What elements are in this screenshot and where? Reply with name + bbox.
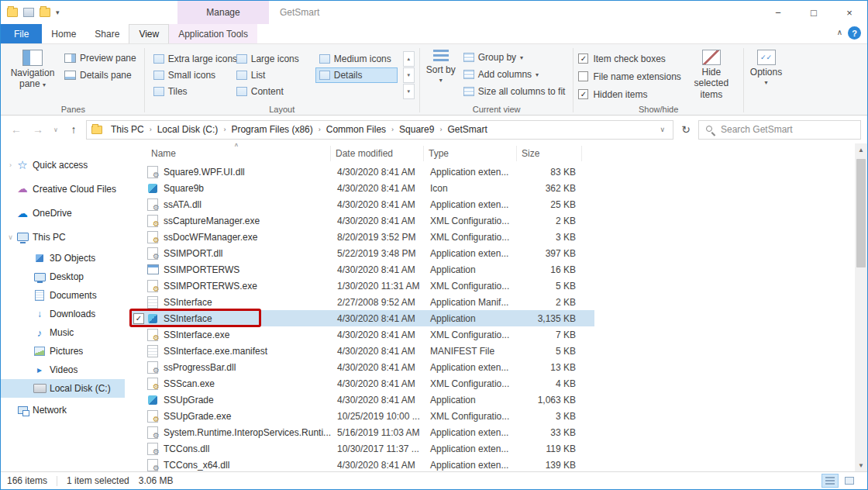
sidebar-item-onedrive[interactable]: OneDrive [1, 201, 125, 225]
row-checkbox[interactable]: ✓ [133, 313, 144, 324]
customize-toolbar-caret-icon[interactable]: ▾ [56, 9, 60, 16]
up-icon[interactable]: ↑ [64, 120, 83, 139]
column-header-size[interactable]: Size [517, 146, 582, 161]
breadcrumb-getsmart[interactable]: GetSmart [443, 124, 491, 135]
layout-option-medium-icons[interactable]: Medium icons [315, 51, 398, 67]
scroll-down-icon[interactable]: ▼ [855, 459, 867, 471]
column-header-name[interactable]: Name [146, 146, 331, 161]
file-row[interactable]: Square9b4/30/2020 8:41 AMIcon362 KB [129, 180, 594, 196]
app-file-icon [146, 264, 159, 276]
minimize-button[interactable]: − [760, 1, 796, 24]
sidebar-item-pictures[interactable]: Pictures [1, 342, 125, 361]
file-row[interactable]: SSInterface.exe.manifest4/30/2020 8:41 A… [129, 343, 594, 359]
breadcrumb-common-files[interactable]: Common Files [322, 124, 391, 135]
breadcrumb-this-pc[interactable]: This PC [106, 124, 149, 135]
file-row[interactable]: ✓SSInterface4/30/2020 8:41 AMApplication… [129, 310, 594, 326]
search-input[interactable] [699, 121, 860, 139]
back-icon[interactable]: ← [7, 120, 26, 139]
maximize-button[interactable]: □ [796, 1, 832, 24]
details-view-toggle[interactable] [822, 474, 839, 488]
refresh-icon[interactable]: ↻ [677, 120, 695, 139]
size-all-columns-to-fit-button[interactable]: Size all columns to fit [460, 83, 569, 100]
details-pane-button[interactable]: Details pane [61, 67, 140, 84]
layout-option-list[interactable]: List [232, 67, 315, 83]
properties-icon[interactable] [23, 8, 34, 17]
folder-icon[interactable] [7, 8, 18, 17]
sidebar-item-videos[interactable]: Videos [1, 361, 125, 379]
layout-option-large-icons[interactable]: Large icons [232, 51, 315, 67]
layout-option-small-icons[interactable]: Small icons [150, 67, 232, 83]
group-by-button[interactable]: Group by▾ [460, 49, 569, 66]
tab-home[interactable]: Home [42, 24, 85, 43]
hidden-items-checkbox[interactable]: ✓Hidden items [578, 86, 680, 102]
layout-option-tiles[interactable]: Tiles [150, 84, 232, 99]
file-row[interactable]: System.Runtime.InteropServices.Runti...5… [129, 424, 594, 440]
file-date: 1/30/2020 11:31 AM [331, 281, 424, 292]
tab-view[interactable]: View [129, 24, 169, 43]
sidebar-item-quick-access[interactable]: ›Quick access [1, 153, 125, 177]
file-row[interactable]: SSIMPORT.dll5/22/2019 3:48 PMApplication… [129, 245, 594, 261]
sort-by-button[interactable]: Sort by ▾ [425, 47, 457, 100]
gallery-up-icon[interactable]: ▴ [403, 51, 415, 67]
file-row[interactable]: SSScan.exe4/30/2020 8:41 AMXML Configura… [129, 375, 594, 392]
file-row[interactable]: TCCons.dll10/30/2017 11:37 ...Applicatio… [129, 440, 594, 457]
breadcrumb-square9[interactable]: Square9 [394, 124, 439, 135]
large-icons-view-toggle[interactable] [841, 474, 858, 488]
layout-option-extra-large-icons[interactable]: Extra large icons [150, 51, 232, 67]
file-row[interactable]: SSIMPORTERWS.exe1/30/2020 11:31 AMXML Co… [129, 278, 594, 294]
navigation-pane-button[interactable]: Navigation pane ▾ [7, 47, 58, 92]
vertical-scrollbar[interactable]: ▲ ▼ [855, 143, 867, 471]
sidebar-item-creative-cloud-files[interactable]: Creative Cloud Files [1, 177, 125, 201]
sidebar-item-music[interactable]: Music [1, 323, 125, 342]
scrollbar-thumb[interactable] [856, 159, 866, 267]
forward-icon[interactable]: → [29, 120, 47, 139]
file-type: Application exten... [424, 248, 517, 259]
help-icon[interactable]: ? [848, 26, 861, 40]
file-row[interactable]: Square9.WPF.UI.dll4/30/2020 8:41 AMAppli… [129, 164, 594, 180]
options-button[interactable]: Options ▾ [749, 47, 784, 89]
tab-share[interactable]: Share [85, 24, 129, 43]
minimize-ribbon-icon[interactable]: ∧ [837, 28, 842, 36]
sidebar-item-3d-objects[interactable]: 3D Objects [1, 249, 125, 267]
recent-locations-caret-icon[interactable]: ∨ [50, 126, 61, 133]
file-row[interactable]: TCCons_x64.dll4/30/2020 8:41 AMApplicati… [129, 457, 594, 471]
close-button[interactable]: × [832, 1, 867, 24]
breadcrumb-local-disk-c[interactable]: Local Disk (C:) [153, 124, 223, 135]
file-row[interactable]: SSIMPORTERWS4/30/2020 8:41 AMApplication… [129, 261, 594, 278]
tab-file[interactable]: File [1, 24, 42, 43]
sidebar-item-local-disk-c[interactable]: Local Disk (C:) [1, 379, 125, 398]
breadcrumb[interactable]: This PC›Local Disk (C:)›Program Files (x… [86, 120, 673, 140]
sidebar-item-label: This PC [33, 232, 66, 243]
file-row[interactable]: ssCaptureManager.exe4/30/2020 8:41 AMXML… [129, 212, 594, 229]
file-row[interactable]: ssDocWFManager.exe8/20/2019 3:52 PMXML C… [129, 229, 594, 245]
hide-selected-items-button[interactable]: Hide selected items [684, 47, 739, 102]
file-row[interactable]: SSInterface2/27/2008 9:52 AMApplication … [129, 294, 594, 310]
column-header-date-modified[interactable]: Date modified [331, 146, 424, 161]
sidebar-item-desktop[interactable]: Desktop [1, 267, 125, 286]
file-type: MANIFEST File [424, 346, 517, 357]
add-columns-button[interactable]: Add columns▾ [460, 66, 569, 83]
file-name-extensions-checkbox[interactable]: File name extensions [578, 68, 680, 85]
file-row[interactable]: SSUpGrade.exe10/25/2019 10:00 ...XML Con… [129, 408, 594, 424]
column-header-type[interactable]: Type [424, 146, 517, 161]
sidebar-item-documents[interactable]: Documents [1, 286, 125, 305]
address-dropdown-caret-icon[interactable]: ∨ [656, 126, 668, 133]
layout-option-content[interactable]: Content [232, 84, 315, 99]
gallery-down-icon[interactable]: ▾ [403, 67, 415, 83]
sidebar-item-network[interactable]: Network [1, 398, 125, 422]
sidebar-item-this-pc[interactable]: ∨This PC [1, 225, 125, 249]
preview-pane-button[interactable]: Preview pane [61, 50, 140, 67]
new-folder-icon[interactable] [40, 8, 50, 17]
file-row[interactable]: ssATA.dll4/30/2020 8:41 AMApplication ex… [129, 196, 594, 212]
file-row[interactable]: SSUpGrade4/30/2020 8:41 AMApplication1,0… [129, 392, 594, 408]
file-row[interactable]: ssProgressBar.dll4/30/2020 8:41 AMApplic… [129, 359, 594, 375]
scroll-up-icon[interactable]: ▲ [855, 143, 867, 156]
layout-option-details[interactable]: Details [315, 67, 398, 83]
item-check-boxes-checkbox[interactable]: ✓Item check boxes [578, 50, 680, 67]
tab-application-tools[interactable]: Application Tools [169, 24, 257, 43]
gallery-more-icon[interactable]: ▾ [403, 84, 415, 99]
cloud-cc-icon [16, 183, 29, 195]
breadcrumb-program-files-x86[interactable]: Program Files (x86) [226, 124, 317, 135]
sidebar-item-downloads[interactable]: Downloads [1, 305, 125, 323]
file-row[interactable]: SSInterface.exe4/30/2020 8:41 AMXML Conf… [129, 326, 594, 343]
